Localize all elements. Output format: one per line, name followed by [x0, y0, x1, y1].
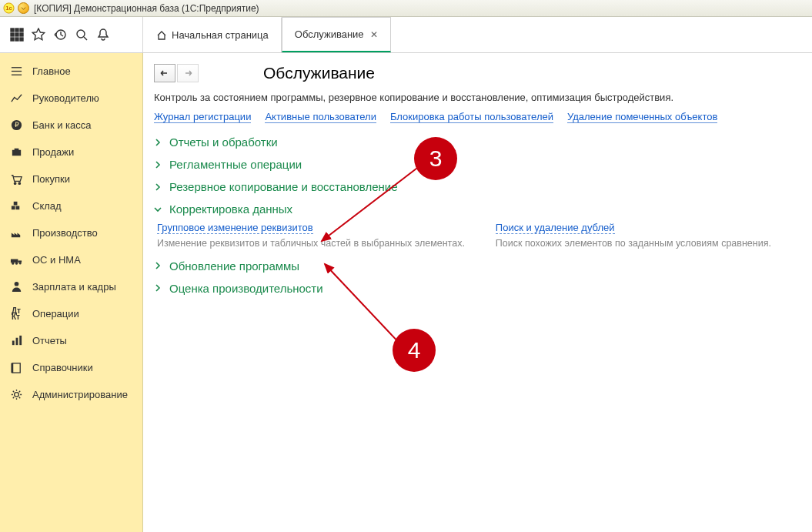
link-group-edit-desc: Изменение реквизитов и табличных частей … [157, 237, 465, 250]
nav-back-button[interactable] [154, 64, 175, 82]
sidebar-item-operations[interactable]: ДтКтОперации [0, 300, 142, 327]
svg-rect-6 [15, 33, 18, 36]
link-log[interactable]: Журнал регистрации [154, 111, 251, 123]
svg-point-19 [14, 182, 15, 184]
tab-bar: Начальная страница Обслуживание ✕ [143, 17, 391, 52]
search-icon[interactable] [71, 21, 92, 49]
sidebar-item-production[interactable]: Производство [0, 219, 142, 246]
bell-icon[interactable] [92, 21, 114, 49]
sidebar-item-catalogs[interactable]: Справочники [0, 354, 142, 381]
section-title: Регламентные операции [169, 158, 302, 171]
sidebar-item-warehouse[interactable]: Склад [0, 192, 142, 219]
svg-text:1c: 1c [5, 5, 12, 12]
sidebar-item-label: Главное [32, 65, 71, 77]
sidebar-item-admin[interactable]: Администрирование [0, 381, 142, 408]
sidebar-item-label: ОС и НМА [32, 254, 81, 266]
svg-rect-2 [11, 28, 14, 32]
sidebar-item-main[interactable]: Главное [0, 58, 142, 85]
page-title: Обслуживание [263, 64, 375, 82]
sidebar-item-label: Банк и касса [32, 119, 92, 131]
section-title: Оценка производительности [169, 282, 323, 295]
content-area: Обслуживание Контроль за состоянием прог… [143, 53, 812, 532]
svg-point-35 [14, 393, 18, 397]
section-scheduled-ops[interactable]: Регламентные операции [154, 158, 797, 171]
svg-rect-27 [18, 260, 22, 263]
svg-point-26 [15, 263, 17, 265]
svg-text:₽: ₽ [14, 121, 18, 129]
app-logo-icon: 1c [3, 2, 15, 14]
section-title: Обновление программы [169, 259, 299, 273]
home-icon [156, 30, 167, 41]
svg-point-20 [18, 182, 20, 184]
svg-rect-23 [13, 202, 17, 206]
annotation-badge-4: 4 [393, 329, 436, 372]
sidebar-item-salary[interactable]: Зарплата и кадры [0, 273, 142, 300]
apps-icon[interactable] [6, 21, 28, 49]
top-links: Журнал регистрации Активные пользователи… [154, 111, 797, 123]
chevron-right-icon [154, 139, 166, 146]
chevron-right-icon [154, 284, 166, 292]
section-backup[interactable]: Резервное копирование и восстановление [154, 180, 797, 193]
toolbar-icon-group [0, 17, 143, 52]
svg-line-13 [84, 37, 87, 40]
link-group-edit[interactable]: Групповое изменение реквизитов [157, 222, 313, 234]
history-icon[interactable] [49, 21, 71, 49]
tab-maintenance[interactable]: Обслуживание ✕ [282, 17, 391, 52]
sidebar-item-label: Склад [32, 200, 62, 212]
section-reports[interactable]: Отчеты и обработки [154, 136, 797, 149]
section-performance[interactable]: Оценка производительности [154, 282, 797, 295]
close-icon[interactable]: ✕ [370, 29, 378, 40]
chevron-right-icon [154, 183, 166, 191]
sidebar-item-label: Производство [32, 227, 98, 239]
svg-rect-21 [11, 206, 15, 210]
sidebar-item-label: Операции [32, 308, 79, 320]
sidebar-item-reports[interactable]: Отчеты [0, 327, 142, 354]
svg-rect-30 [12, 341, 14, 346]
sidebar-item-label: Администрирование [32, 389, 128, 400]
sidebar-item-manager[interactable]: Руководителю [0, 85, 142, 112]
page-intro: Контроль за состоянием программы, резерв… [154, 92, 797, 103]
link-block-users[interactable]: Блокировка работы пользователей [390, 111, 553, 123]
star-icon[interactable] [28, 21, 49, 49]
svg-point-28 [18, 263, 21, 265]
svg-point-29 [14, 282, 18, 286]
section-title: Резервное копирование и восстановление [169, 180, 398, 193]
titlebar-menu-button[interactable] [18, 2, 29, 14]
nav-forward-button[interactable] [177, 64, 199, 82]
section-data-correction[interactable]: Корректировка данных [154, 202, 797, 216]
operations-icon: ДтКт [8, 308, 25, 320]
svg-rect-5 [11, 33, 14, 36]
link-delete-marked[interactable]: Удаление помеченных объектов [567, 111, 717, 123]
sidebar-item-assets[interactable]: ОС и НМА [0, 246, 142, 273]
link-find-duplicates-desc: Поиск похожих элементов по заданным усло… [496, 237, 771, 250]
chevron-right-icon [154, 161, 166, 169]
chevron-right-icon [154, 262, 166, 269]
tab-maintenance-label: Обслуживание [295, 28, 364, 40]
svg-rect-7 [20, 33, 23, 36]
svg-point-12 [77, 30, 85, 38]
svg-line-37 [325, 264, 402, 346]
svg-rect-10 [20, 38, 23, 41]
sidebar-item-bank[interactable]: ₽Банк и касса [0, 112, 142, 139]
section-update[interactable]: Обновление программы [154, 259, 797, 273]
svg-rect-24 [10, 259, 17, 263]
sidebar-item-label: Отчеты [32, 335, 67, 346]
sidebar-item-label: Покупки [32, 173, 70, 185]
tab-start-label: Начальная страница [172, 29, 269, 41]
link-active-users[interactable]: Активные пользователи [265, 111, 376, 123]
sidebar-item-sales[interactable]: Продажи [0, 139, 142, 166]
svg-rect-31 [15, 338, 18, 345]
window-titlebar: 1c [КОПИЯ] Демонстрационная база (1С:Пре… [0, 0, 812, 17]
svg-point-25 [12, 263, 14, 265]
chevron-down-icon [154, 206, 166, 213]
sidebar-item-purchases[interactable]: Покупки [0, 166, 142, 192]
toolbar: Начальная страница Обслуживание ✕ [0, 17, 812, 53]
sidebar-item-label: Справочники [32, 362, 93, 373]
tab-start-page[interactable]: Начальная страница [143, 17, 282, 52]
link-find-duplicates[interactable]: Поиск и удаление дублей [496, 222, 615, 234]
window-title: [КОПИЯ] Демонстрационная база (1С:Предпр… [34, 3, 259, 14]
section-title: Отчеты и обработки [169, 136, 278, 149]
svg-rect-22 [15, 206, 19, 210]
svg-rect-3 [15, 28, 18, 32]
sidebar-item-label: Продажи [32, 146, 74, 158]
